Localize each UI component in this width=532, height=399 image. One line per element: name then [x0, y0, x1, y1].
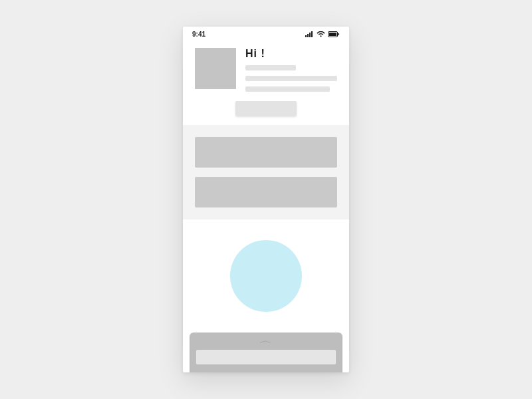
svg-rect-1	[307, 34, 309, 37]
phone-frame: 9:41 Hi !	[183, 27, 349, 372]
svg-rect-3	[311, 31, 313, 37]
cards-section	[183, 125, 349, 219]
hero-row: Hi !	[195, 48, 337, 92]
wifi-icon	[317, 31, 325, 37]
text-placeholder	[245, 86, 330, 92]
card-placeholder[interactable]	[195, 137, 337, 168]
sheet-row-placeholder[interactable]	[196, 350, 336, 364]
svg-point-4	[320, 35, 321, 37]
status-right	[305, 31, 340, 37]
battery-icon	[328, 31, 340, 37]
avatar-placeholder[interactable]	[195, 48, 236, 89]
hero-section: Hi !	[183, 41, 349, 125]
feature-circle[interactable]	[230, 240, 302, 312]
chevron-up-icon[interactable]: ︿	[259, 336, 272, 344]
status-time: 9:41	[192, 31, 205, 38]
bottom-sheet[interactable]: ︿	[190, 332, 342, 372]
svg-rect-0	[305, 35, 307, 37]
svg-rect-2	[309, 33, 311, 37]
svg-rect-7	[338, 33, 340, 35]
text-placeholder	[245, 65, 296, 70]
signal-icon	[305, 31, 314, 37]
cta-button[interactable]	[235, 101, 297, 116]
card-placeholder[interactable]	[195, 177, 337, 207]
svg-rect-6	[329, 33, 336, 36]
greeting-text: Hi !	[245, 48, 337, 60]
status-bar: 9:41	[183, 27, 349, 41]
text-placeholder	[245, 76, 337, 81]
feature-section	[183, 219, 349, 332]
hero-text: Hi !	[245, 48, 337, 92]
